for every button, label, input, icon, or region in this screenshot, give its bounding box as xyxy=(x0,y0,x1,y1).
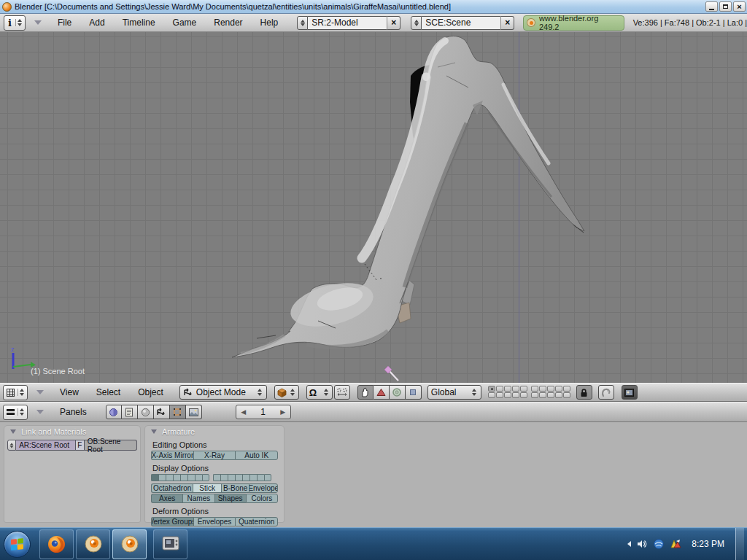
bone-layer-group-1[interactable] xyxy=(151,474,209,481)
scale-widget-button[interactable] xyxy=(406,385,422,400)
mode-dropdown[interactable]: Object Mode xyxy=(179,385,267,400)
taskbar-blender-button-1[interactable] xyxy=(76,529,110,559)
bone-layer-group-2[interactable] xyxy=(213,474,271,481)
envelopes-toggle[interactable]: Envelopes xyxy=(193,517,236,526)
window-titlebar: Blender [C:\Documents and Settings\Jessi… xyxy=(0,0,747,14)
draw-type-button[interactable] xyxy=(274,385,299,400)
frame-prev-button[interactable]: ◀ xyxy=(236,408,251,416)
link-materials-panel-header[interactable]: Link and Materials xyxy=(4,426,140,437)
object-name-field[interactable]: OB:Scene Root xyxy=(85,440,137,451)
show-hidden-icons-button[interactable] xyxy=(627,541,631,547)
volume-icon[interactable] xyxy=(636,538,648,550)
manipulator-toggle-button[interactable] xyxy=(357,385,374,400)
menu-game[interactable]: Game xyxy=(164,18,206,28)
minimize-button[interactable] xyxy=(705,1,718,12)
stick-button[interactable]: Stick xyxy=(193,483,221,493)
start-button[interactable] xyxy=(4,531,31,558)
scene-name-field[interactable]: SCE:Scene xyxy=(422,16,500,30)
panel-collapse-icon[interactable] xyxy=(151,429,157,434)
layer-group-2[interactable] xyxy=(530,386,570,399)
vertex-groups-toggle[interactable]: Vertex Groups xyxy=(151,517,193,526)
menu-timeline[interactable]: Timeline xyxy=(114,18,164,28)
view3d-window-type-button[interactable] xyxy=(3,385,28,400)
manipulator-size-button[interactable] xyxy=(334,385,350,400)
object-context-button[interactable] xyxy=(154,405,170,419)
taskbar-firefox-button[interactable] xyxy=(39,529,74,559)
armature-panel-header[interactable]: Armature xyxy=(145,426,284,437)
buttons-window-type-button[interactable] xyxy=(3,405,28,420)
logic-context-button[interactable] xyxy=(106,405,122,419)
scene-delete-button[interactable]: × xyxy=(500,16,514,30)
envelope-button[interactable]: Envelope xyxy=(249,483,278,493)
lock-layers-button[interactable] xyxy=(576,385,592,400)
view3d-window-icon xyxy=(7,389,15,397)
editing-options-row: X-Axis Mirror X-Ray Auto IK xyxy=(151,451,278,460)
view3d-window-type-stepper[interactable] xyxy=(18,389,26,396)
taskbar-app-button[interactable] xyxy=(153,529,187,559)
logic-icon xyxy=(109,408,118,417)
editing-square-icon xyxy=(173,408,182,416)
x-axis-mirror-toggle[interactable]: X-Axis Mirror xyxy=(151,451,193,460)
blender-version-button[interactable]: www.blender.org 249.2 xyxy=(523,15,624,31)
armature-name-field[interactable]: AR:Scene Root xyxy=(16,440,76,451)
screen-delete-button[interactable]: × xyxy=(387,16,400,30)
window-type-button[interactable]: i xyxy=(4,15,26,31)
menu-render[interactable]: Render xyxy=(205,18,251,28)
menu-view[interactable]: View xyxy=(51,387,88,397)
buttons-collapse-icon[interactable] xyxy=(36,410,44,414)
octahedron-button[interactable]: Octahedron xyxy=(151,483,193,493)
rotate-widget-button[interactable] xyxy=(390,385,406,400)
close-button[interactable]: × xyxy=(733,1,746,12)
view3d-collapse-icon[interactable] xyxy=(36,390,44,394)
b-bone-button[interactable]: B-Bone xyxy=(221,483,249,493)
show-desktop-button[interactable] xyxy=(735,528,744,560)
armature-browse-button[interactable] xyxy=(7,440,16,451)
frame-next-button[interactable]: ▶ xyxy=(276,408,290,416)
menu-help[interactable]: Help xyxy=(252,18,287,28)
layer-group-1[interactable] xyxy=(487,386,527,399)
pivot-button[interactable]: Ω xyxy=(306,385,333,400)
window-type-stepper[interactable] xyxy=(15,19,23,26)
display-options-label: Display Options xyxy=(152,464,284,472)
notification-icon[interactable] xyxy=(670,538,682,550)
fake-user-button[interactable]: F xyxy=(76,440,85,451)
menu-object[interactable]: Object xyxy=(129,387,172,397)
orientation-dropdown[interactable]: Global xyxy=(427,385,481,400)
blender-logo-icon xyxy=(527,18,535,27)
render-preview-button[interactable] xyxy=(622,385,638,400)
translate-widget-button[interactable] xyxy=(374,385,390,400)
auto-ik-toggle[interactable]: Auto IK xyxy=(235,451,278,460)
taskbar-blender-button-2[interactable] xyxy=(112,529,147,559)
script-context-button[interactable] xyxy=(122,405,138,419)
system-tray: 8:23 PM xyxy=(627,528,747,560)
menu-panels[interactable]: Panels xyxy=(51,407,96,417)
snap-button[interactable] xyxy=(598,385,614,400)
bone-layer-1[interactable] xyxy=(151,474,158,481)
axes-toggle[interactable]: Axes xyxy=(151,494,182,503)
frame-number-value[interactable]: 1 xyxy=(251,407,276,417)
editing-context-button[interactable] xyxy=(170,405,186,419)
network-icon[interactable] xyxy=(653,538,665,550)
shapes-toggle[interactable]: Shapes xyxy=(214,494,246,503)
menu-add[interactable]: Add xyxy=(80,18,113,28)
screen-name-field[interactable]: SR:2-Model xyxy=(308,16,387,30)
radiosity-context-button[interactable] xyxy=(186,405,202,419)
taskbar-clock[interactable]: 8:23 PM xyxy=(692,539,724,549)
header-collapse-icon[interactable] xyxy=(34,20,42,25)
panel-collapse-icon[interactable] xyxy=(10,429,16,434)
script-icon xyxy=(125,408,133,417)
giraffe-mesh-model[interactable] xyxy=(0,32,747,383)
names-toggle[interactable]: Names xyxy=(182,494,214,503)
shading-context-button[interactable] xyxy=(138,405,154,419)
restore-button[interactable] xyxy=(719,1,732,12)
buttons-window-type-stepper[interactable] xyxy=(18,408,26,416)
menu-select[interactable]: Select xyxy=(88,387,129,397)
colors-toggle[interactable]: Colors xyxy=(246,494,278,503)
x-ray-toggle[interactable]: X-Ray xyxy=(193,451,236,460)
scene-stepper[interactable] xyxy=(411,16,422,30)
menu-file[interactable]: File xyxy=(49,18,80,28)
layer-1[interactable] xyxy=(488,386,495,392)
screen-stepper[interactable] xyxy=(297,16,308,30)
viewport-3d[interactable]: z (1) Scene Root xyxy=(0,32,747,383)
quaternion-toggle[interactable]: Quaternion xyxy=(235,517,278,526)
